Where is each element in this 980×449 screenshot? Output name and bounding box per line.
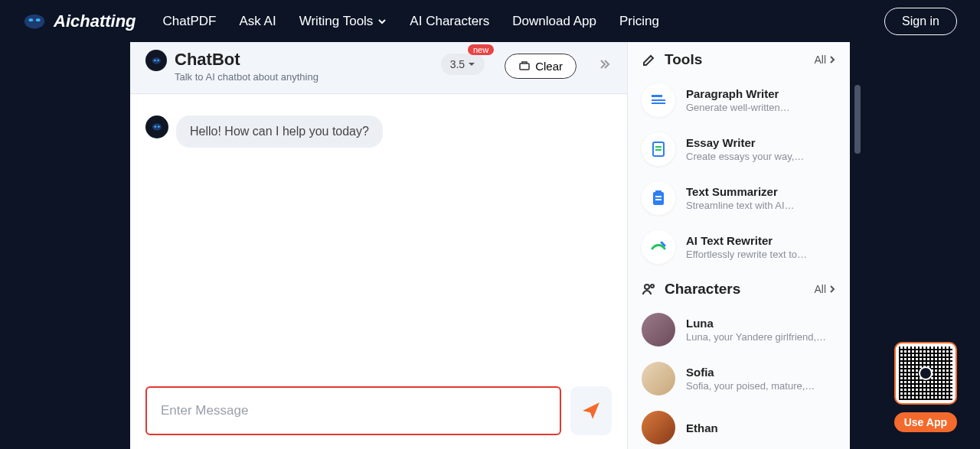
- send-icon: [581, 401, 601, 421]
- svg-rect-19: [655, 190, 662, 194]
- svg-point-9: [152, 124, 162, 131]
- robot-icon: [23, 12, 46, 31]
- tools-heading: Tools: [665, 51, 806, 68]
- caret-down-icon: [468, 60, 475, 68]
- avatar: [642, 362, 675, 395]
- qr-promo: Use App: [894, 342, 957, 432]
- svg-rect-16: [655, 146, 662, 148]
- clear-label: Clear: [535, 60, 563, 73]
- characters-all-link[interactable]: All: [814, 283, 836, 295]
- main-nav: ChatPDF Ask AI Writing Tools AI Characte…: [163, 14, 659, 29]
- chat-input-row: [130, 386, 627, 449]
- svg-rect-1: [29, 18, 34, 21]
- brand-name: Aichatting: [54, 11, 136, 31]
- tool-text-summarizer[interactable]: Text Summarizer Streamline text with AI…: [628, 174, 850, 223]
- top-nav: Aichatting ChatPDF Ask AI Writing Tools …: [0, 0, 980, 42]
- message-row: Hello! How can I help you today?: [145, 116, 612, 148]
- svg-point-4: [152, 57, 160, 63]
- tool-desc: Create essays your way,…: [686, 151, 836, 162]
- svg-rect-5: [153, 60, 155, 61]
- tool-essay-writer[interactable]: Essay Writer Create essays your way,…: [628, 125, 850, 174]
- bot-avatar-icon: [145, 116, 168, 138]
- nav-ask-ai[interactable]: Ask AI: [239, 14, 276, 29]
- svg-point-23: [651, 285, 654, 288]
- pencil-icon: [642, 52, 657, 67]
- nav-download-app[interactable]: Download App: [512, 14, 596, 29]
- tool-paragraph-writer[interactable]: Paragraph Writer Generate well-written…: [628, 76, 850, 125]
- qr-code[interactable]: [894, 342, 957, 405]
- svg-rect-21: [655, 199, 662, 200]
- tool-title: Text Summarizer: [686, 185, 836, 198]
- main-container: ChatBot Talk to AI chatbot about anythin…: [130, 42, 850, 449]
- svg-rect-20: [655, 196, 662, 197]
- clipboard-icon: [642, 181, 675, 215]
- svg-rect-18: [653, 192, 664, 205]
- character-desc: Sofia, your poised, mature,…: [686, 380, 836, 392]
- paragraph-icon: [642, 83, 675, 117]
- characters-heading: Characters: [665, 281, 806, 298]
- chat-subtitle: Talk to AI chatbot about anything: [175, 71, 433, 83]
- chat-messages: Hello! How can I help you today?: [130, 94, 627, 386]
- brand-logo[interactable]: Aichatting: [23, 11, 136, 31]
- document-icon: [642, 132, 675, 166]
- tool-title: AI Text Rewriter: [686, 234, 836, 247]
- tool-desc: Streamline text with AI…: [686, 200, 836, 211]
- tools-section-header: Tools All: [628, 42, 850, 76]
- svg-rect-10: [154, 126, 156, 128]
- tools-all-link[interactable]: All: [814, 54, 836, 66]
- characters-section-header: Characters All: [628, 272, 850, 305]
- character-luna[interactable]: Luna Luna, your Yandere girlfriend,…: [628, 305, 850, 354]
- chat-title: ChatBot: [175, 50, 433, 70]
- tool-desc: Effortlessly rewrite text to…: [686, 249, 836, 260]
- svg-rect-6: [157, 60, 159, 61]
- nav-writing-tools[interactable]: Writing Tools: [299, 14, 387, 29]
- model-selector[interactable]: 3.5 new: [441, 54, 485, 75]
- svg-rect-12: [652, 95, 662, 97]
- people-icon: [642, 281, 657, 297]
- character-title: Sofia: [686, 366, 836, 379]
- character-ethan[interactable]: Ethan: [628, 403, 850, 449]
- nav-chatpdf[interactable]: ChatPDF: [163, 14, 217, 29]
- character-sofia[interactable]: Sofia Sofia, your poised, mature,…: [628, 354, 850, 403]
- send-button[interactable]: [570, 386, 612, 435]
- nav-pricing[interactable]: Pricing: [619, 14, 659, 29]
- svg-point-22: [645, 285, 649, 289]
- message-input[interactable]: [145, 386, 561, 435]
- nav-ai-characters[interactable]: AI Characters: [410, 14, 489, 29]
- avatar: [642, 411, 675, 444]
- svg-rect-13: [652, 99, 665, 101]
- tool-desc: Generate well-written…: [686, 102, 836, 113]
- new-badge: new: [468, 44, 494, 55]
- character-title: Luna: [686, 317, 836, 330]
- chevron-right-icon: [828, 56, 836, 63]
- character-desc: Luna, your Yandere girlfriend,…: [686, 331, 836, 343]
- side-panel: Tools All Paragraph Writer Generate well…: [628, 42, 850, 449]
- use-app-button[interactable]: Use App: [894, 412, 957, 432]
- svg-rect-11: [158, 126, 160, 128]
- svg-rect-7: [520, 63, 529, 70]
- signin-button[interactable]: Sign in: [884, 8, 957, 35]
- svg-point-0: [24, 14, 44, 28]
- scrollbar[interactable]: [854, 85, 861, 154]
- tool-title: Essay Writer: [686, 136, 836, 149]
- chat-header: ChatBot Talk to AI chatbot about anythin…: [130, 42, 627, 94]
- chat-panel: ChatBot Talk to AI chatbot about anythin…: [130, 42, 628, 449]
- rewrite-icon: [642, 230, 675, 264]
- character-title: Ethan: [686, 421, 836, 434]
- assistant-message: Hello! How can I help you today?: [176, 116, 383, 148]
- broom-icon: [518, 60, 531, 73]
- svg-rect-2: [36, 18, 41, 21]
- bot-avatar-icon: [145, 50, 167, 71]
- avatar: [642, 313, 675, 347]
- model-label: 3.5: [450, 58, 465, 70]
- robot-icon: [919, 366, 933, 380]
- tool-ai-text-rewriter[interactable]: AI Text Rewriter Effortlessly rewrite te…: [628, 223, 850, 272]
- collapse-sidebar-icon[interactable]: [598, 57, 612, 74]
- tool-title: Paragraph Writer: [686, 87, 836, 100]
- svg-rect-14: [652, 102, 665, 104]
- chevron-down-icon: [377, 17, 387, 26]
- clear-button[interactable]: Clear: [505, 54, 577, 79]
- svg-rect-17: [655, 149, 662, 151]
- chevron-right-icon: [828, 285, 836, 293]
